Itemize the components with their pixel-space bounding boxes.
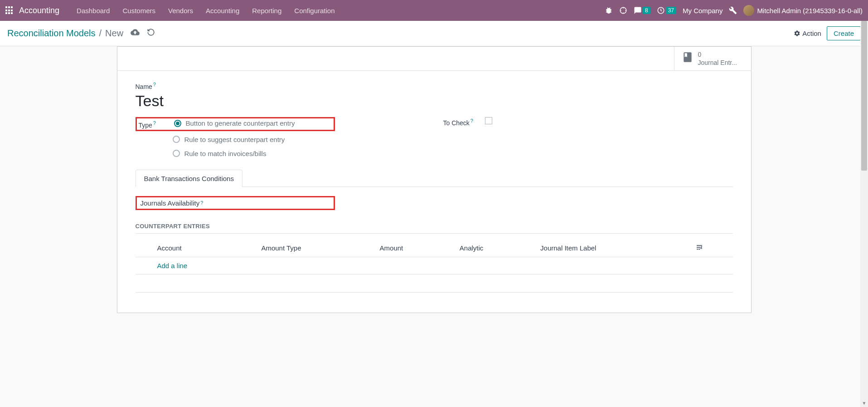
breadcrumb-current: New [105, 28, 123, 39]
create-button[interactable]: Create [827, 26, 861, 40]
journals-help-icon[interactable]: ? [200, 200, 203, 206]
discard-icon[interactable] [147, 28, 155, 39]
avatar [743, 5, 754, 16]
type-highlight: Type? Button to generate counterpart ent… [136, 117, 335, 131]
action-dropdown[interactable]: Action [794, 29, 821, 37]
form-sheet: 0 Journal Entr... Name? Test Ty [117, 46, 752, 313]
divider [136, 233, 733, 234]
tab-content: Journals Availability? Counterpart Entri… [136, 187, 733, 302]
control-right: Action Create [794, 26, 861, 40]
user-name: Mitchell Admin (21945339-16-0-all) [757, 7, 863, 15]
scrollbar[interactable]: ▲ ▼ [860, 21, 868, 313]
messages-icon[interactable]: 8 [634, 6, 650, 15]
breadcrumb: Reconciliation Models / New [7, 28, 155, 39]
col-amount[interactable]: Amount [374, 239, 454, 257]
empty-row [136, 274, 733, 292]
breadcrumb-parent[interactable]: Reconciliation Models [7, 28, 96, 39]
to-check-label: To Check? [443, 117, 480, 127]
to-check-help-icon[interactable]: ? [470, 118, 473, 123]
to-check-checkbox[interactable] [485, 117, 492, 124]
bug-icon[interactable] [605, 6, 613, 15]
user-menu[interactable]: Mitchell Admin (21945339-16-0-all) [743, 5, 863, 16]
control-panel: Reconciliation Models / New Action Creat… [0, 21, 868, 46]
apps-icon[interactable] [5, 6, 14, 15]
svg-point-3 [701, 246, 702, 248]
action-label: Action [802, 29, 821, 37]
nav-customers[interactable]: Customers [116, 0, 162, 21]
col-account[interactable]: Account [136, 239, 256, 257]
counterpart-heading: Counterpart Entries [136, 223, 733, 230]
tabs: Bank Transactions Conditions [136, 169, 733, 187]
radio-unchecked-icon [173, 150, 180, 157]
name-help-icon[interactable]: ? [153, 82, 156, 87]
top-nav: Accounting Dashboard Customers Vendors A… [0, 0, 868, 21]
col-journal-item-label[interactable]: Journal Item Label [535, 239, 690, 257]
journals-availability-label: Journals Availability [141, 199, 200, 207]
journals-highlight: Journals Availability? [136, 196, 335, 210]
main-content: 0 Journal Entr... Name? Test Ty [0, 46, 868, 313]
nav-vendors[interactable]: Vendors [162, 0, 199, 21]
button-box: 0 Journal Entr... [117, 47, 751, 71]
radio-checked-icon [174, 120, 181, 127]
add-line-row: Add a line [136, 257, 733, 274]
stat-label: Journal Entr... [698, 59, 737, 67]
nav-accounting[interactable]: Accounting [199, 0, 246, 21]
nav-dashboard[interactable]: Dashboard [70, 0, 116, 21]
type-radio-rule-match[interactable]: Rule to match invoices/bills [173, 150, 285, 157]
svg-point-2 [699, 248, 700, 250]
col-analytic[interactable]: Analytic [454, 239, 535, 257]
name-field-value[interactable]: Test [136, 92, 733, 110]
nav-links: Dashboard Customers Vendors Accounting R… [70, 0, 341, 21]
scroll-thumb[interactable] [861, 21, 867, 171]
radio-unchecked-icon [173, 136, 180, 143]
support-icon[interactable] [619, 6, 627, 15]
cloud-save-icon[interactable] [131, 28, 140, 39]
counterpart-table: Account Amount Type Amount Analytic Jour… [136, 239, 733, 293]
journal-entries-stat[interactable]: 0 Journal Entr... [674, 47, 751, 70]
breadcrumb-separator: / [99, 28, 102, 39]
nav-reporting[interactable]: Reporting [246, 0, 288, 21]
tools-icon[interactable] [729, 6, 737, 15]
book-icon [682, 51, 693, 66]
nav-configuration[interactable]: Configuration [288, 0, 341, 21]
nav-right: 8 37 My Company Mitchell Admin (21945339… [605, 5, 863, 16]
brand-label[interactable]: Accounting [19, 6, 59, 15]
name-field-label: Name [136, 83, 152, 90]
add-line-button[interactable]: Add a line [157, 262, 188, 270]
messages-badge: 8 [643, 7, 650, 14]
col-amount-type[interactable]: Amount Type [256, 239, 374, 257]
type-radio-button-generate[interactable]: Button to generate counterpart entry [174, 119, 295, 127]
table-settings-icon[interactable] [690, 239, 732, 257]
type-radio-rule-suggest[interactable]: Rule to suggest counterpart entry [173, 136, 285, 143]
company-switcher[interactable]: My Company [683, 7, 723, 15]
activities-icon[interactable]: 37 [657, 6, 676, 15]
tab-bank-conditions[interactable]: Bank Transactions Conditions [136, 170, 242, 187]
stat-count: 0 [698, 50, 737, 59]
type-field-label: Type? [139, 119, 166, 129]
type-help-icon[interactable]: ? [153, 120, 156, 126]
gear-icon [794, 30, 800, 37]
activities-badge: 37 [666, 7, 676, 14]
